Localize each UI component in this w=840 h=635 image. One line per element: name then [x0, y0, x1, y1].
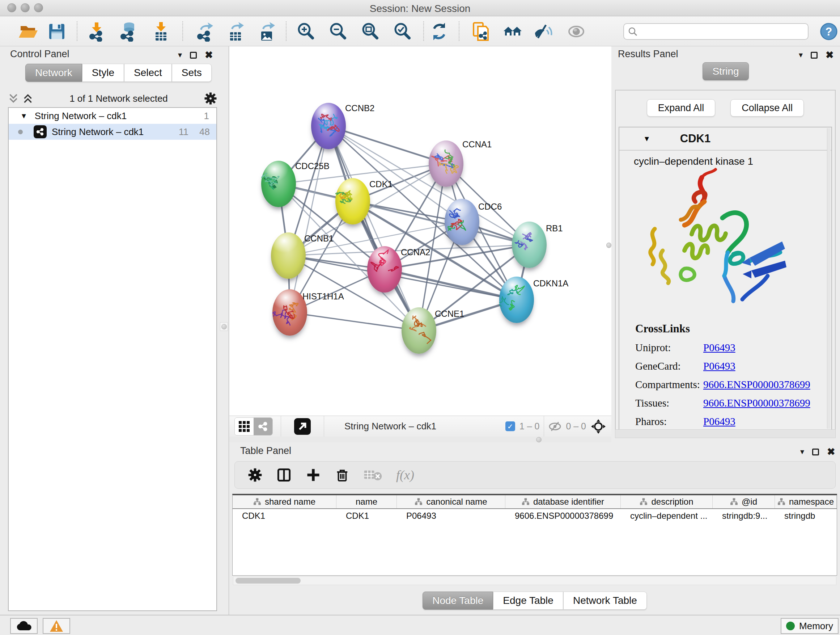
column-header--id[interactable]: @id [713, 495, 775, 508]
collapse-all-button[interactable]: Collapse All [730, 99, 804, 117]
tab-style[interactable]: Style [82, 64, 124, 82]
gene-header[interactable]: ▼ CDK1 [619, 127, 831, 150]
hide-selected-button[interactable] [533, 21, 554, 42]
zoom-in-button[interactable] [295, 21, 316, 42]
scrollbar-thumb[interactable] [235, 578, 301, 584]
network-node-cdk1[interactable] [335, 178, 370, 225]
show-all-button[interactable] [566, 21, 587, 42]
network-node-ccna2[interactable] [367, 246, 402, 293]
vertical-scrollbar[interactable] [827, 128, 831, 429]
birdseye-icon[interactable] [591, 418, 606, 434]
panel-close-icon[interactable]: ✖ [827, 446, 835, 458]
table-horizontal-scrollbar[interactable] [233, 576, 836, 585]
collapse-all-icon[interactable] [8, 93, 19, 104]
export-table-button[interactable] [225, 21, 246, 42]
warnings-button[interactable] [43, 618, 70, 634]
open-in-window-button[interactable] [294, 418, 311, 435]
delete-table-icon[interactable] [363, 468, 382, 482]
table-cell[interactable]: cyclin–dependent ... [621, 509, 713, 523]
crosslink-value-link[interactable]: 9606.ENSP00000378699 [703, 397, 810, 409]
columns-icon[interactable] [276, 467, 292, 483]
panel-close-icon[interactable]: ✖ [826, 49, 834, 61]
save-session-button[interactable] [46, 21, 67, 42]
network-collection-row[interactable]: ▼ String Network – cdk1 1 [9, 108, 216, 124]
tab-string[interactable]: String [703, 62, 748, 80]
panel-splitter-handle[interactable] [220, 322, 228, 331]
network-edge[interactable] [290, 312, 419, 331]
horizontal-scrollbar[interactable] [615, 429, 836, 438]
import-network-from-database-button[interactable] [118, 21, 139, 42]
column-header-name[interactable]: name [336, 495, 397, 508]
gear-icon[interactable] [204, 92, 217, 105]
panel-splitter-handle[interactable] [606, 241, 611, 250]
network-node-cdkn1a[interactable] [499, 277, 534, 323]
panel-float-icon[interactable] [190, 52, 197, 59]
horizontal-splitter[interactable] [229, 437, 611, 442]
zoom-fit-button[interactable] [360, 21, 381, 42]
import-table-from-file-button[interactable] [150, 21, 172, 42]
table-cell[interactable]: CDK1 [233, 509, 336, 523]
network-row[interactable]: String Network – cdk1 11 48 [9, 124, 216, 140]
selected-checkbox-icon[interactable]: ✓ [505, 421, 515, 431]
network-node-ccne1[interactable] [401, 307, 436, 354]
table-cell[interactable]: stringdb:9... [713, 509, 775, 523]
column-header-database-identifier[interactable]: database identifier [505, 495, 621, 508]
zoom-selected-button[interactable] [392, 21, 413, 42]
crosslink-value-link[interactable]: 9606.ENSP00000378699 [703, 379, 810, 391]
network-node-hist1h1a[interactable] [272, 289, 307, 336]
network-edge[interactable] [385, 269, 516, 300]
table-cell[interactable]: stringdb [775, 509, 837, 523]
column-header-canonical-name[interactable]: canonical name [397, 495, 505, 508]
panel-float-icon[interactable] [812, 448, 819, 455]
cloud-status-button[interactable] [10, 618, 38, 634]
network-node-ccnb2[interactable] [311, 103, 346, 149]
tab-edge-table[interactable]: Edge Table [493, 592, 563, 610]
crosslink-value-link[interactable]: P06493 [703, 342, 736, 354]
panel-menu-icon[interactable]: ▾ [178, 50, 182, 60]
export-network-button[interactable] [194, 21, 215, 42]
tab-sets[interactable]: Sets [172, 64, 212, 82]
panel-menu-icon[interactable]: ▾ [800, 447, 804, 456]
panel-close-icon[interactable]: ✖ [205, 49, 213, 61]
table-cell[interactable]: P06493 [397, 509, 505, 523]
column-header-description[interactable]: description [621, 495, 713, 508]
network-node-cdc25b[interactable] [261, 161, 296, 207]
network-node-rb1[interactable] [512, 222, 546, 268]
open-session-button[interactable] [17, 21, 38, 42]
panel-float-icon[interactable] [811, 52, 818, 59]
export-image-button[interactable] [256, 21, 277, 42]
first-neighbors-button[interactable] [502, 21, 523, 42]
tab-network[interactable]: Network [25, 64, 82, 82]
help-button[interactable]: ? [818, 21, 839, 42]
table-cell[interactable]: CDK1 [336, 509, 397, 523]
crosslink-value-link[interactable]: P06493 [703, 360, 736, 372]
table-cell[interactable]: 9606.ENSP00000378699 [505, 509, 621, 523]
duplicate-network-button[interactable] [470, 21, 491, 42]
gear-icon[interactable] [248, 468, 262, 482]
network-node-ccnb1[interactable] [271, 233, 306, 279]
expand-all-button[interactable]: Expand All [647, 99, 715, 117]
memory-button[interactable]: Memory [781, 618, 838, 634]
import-network-from-file-button[interactable] [86, 21, 107, 42]
delete-column-icon[interactable] [335, 467, 350, 483]
search-box[interactable] [623, 23, 808, 40]
tab-select[interactable]: Select [124, 64, 172, 82]
panel-menu-icon[interactable]: ▾ [799, 50, 803, 60]
tab-node-table[interactable]: Node Table [423, 592, 493, 610]
network-node-ccna1[interactable] [429, 141, 463, 187]
search-input[interactable] [638, 27, 797, 36]
column-header-namespace[interactable]: namespace [775, 495, 837, 508]
collapse-gene-icon[interactable]: ▼ [643, 135, 651, 143]
network-share-button[interactable] [254, 418, 272, 435]
column-header-shared-name[interactable]: shared name [233, 495, 336, 508]
network-canvas[interactable]: CCNB2CCNA1CDC25BCDK1CDC6RB1CCNB1CCNA2CDK… [230, 47, 611, 416]
expand-all-icon[interactable] [22, 93, 33, 104]
grid-view-button[interactable] [235, 418, 254, 435]
crosslink-value-link[interactable]: P06493 [703, 416, 736, 428]
network-node-cdc6[interactable] [445, 199, 479, 245]
tab-network-table[interactable]: Network Table [563, 592, 647, 610]
tree-expander-icon[interactable]: ▼ [20, 112, 27, 120]
add-column-icon[interactable] [306, 467, 321, 483]
refresh-view-button[interactable] [429, 21, 450, 42]
zoom-out-button[interactable] [327, 21, 348, 42]
